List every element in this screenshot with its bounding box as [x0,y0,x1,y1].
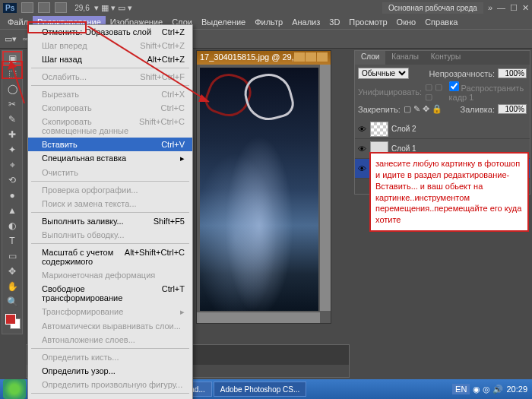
mb-icon[interactable] [38,2,50,13]
menu-Выделение[interactable]: Выделение [197,16,250,28]
tab-Слои[interactable]: Слои [355,51,385,65]
menuitem: Определить произвольную фигуру... [28,378,192,391]
tool-0[interactable]: ▣ [2,51,22,66]
tray-icons[interactable]: ◉ ◎ 🔊 [473,385,503,394]
menuitem: ВырезатьCtrl+X [28,87,192,101]
menuitem: СкопироватьCtrl+C [28,101,192,115]
blend-mode-select[interactable]: Обычные [358,68,409,79]
scrollbar-horizontal[interactable] [197,312,320,323]
zoom-value[interactable]: 29,6 [74,4,89,12]
canvas[interactable] [200,68,318,311]
tool-6[interactable]: ✦ [2,142,22,157]
menuitem: Автоматически выравнивать слои... [28,319,192,333]
tool-2[interactable]: ◯ [2,81,22,97]
tool-preset-icon[interactable]: ▭▾ [5,34,17,44]
visibility-icon[interactable]: 👁 [356,164,367,173]
menuitem[interactable]: Специальная вставка▸ [28,151,192,166]
doc-close-icon[interactable] [317,52,328,62]
workspace-switcher[interactable]: Основная рабочая среда [382,2,483,14]
tool-9[interactable]: ● [2,188,22,203]
scrollbar-vertical[interactable] [320,65,331,311]
menuitem: Определить кисть... [28,350,192,364]
menuitem: Проверка орфографии... [28,183,192,197]
maximize-icon[interactable]: ☐ [510,3,518,13]
menuitem: Шаг впередShift+Ctrl+Z [28,39,192,52]
menu-Фильтр[interactable]: Фильтр [250,16,287,28]
bridge-icon[interactable] [21,2,33,13]
tool-1[interactable]: ⬚ [2,66,22,81]
tool-14[interactable]: ✥ [2,264,22,279]
tool-10[interactable]: ▲ [2,203,22,218]
fg-swatch[interactable] [5,314,16,325]
menuitem: Марионеточная деформация [28,268,192,282]
menu-Просмотр[interactable]: Просмотр [344,16,391,28]
clock: 20:29 [506,385,527,394]
taskbar-button[interactable]: Adobe Photoshop CS... [214,382,307,397]
menuitem[interactable]: Выполнить заливку...Shift+F5 [28,214,192,228]
menuitem: Очистить [28,166,192,179]
lock-icons[interactable]: ▢ ✎ ✥ 🔒 [404,104,442,114]
layer-thumb[interactable] [370,122,388,137]
document-window: 17_304015815.jpg @ 29,6% (Слой... [196,50,331,324]
lang-indicator[interactable]: EN [452,384,470,394]
menuitem: Автоналожение слоев... [28,333,192,347]
menu-3D[interactable]: 3D [325,16,344,28]
menuitem: Скопировать совмещенные данныеShift+Ctrl… [28,115,192,138]
csLive-icon[interactable]: » [488,3,492,12]
layer-name: Слой 2 [391,125,416,133]
fill-input[interactable] [498,104,527,114]
doc-min-icon[interactable] [294,52,305,62]
menuitem: Выполнить обводку... [28,228,192,242]
ps-logo: Ps [3,3,17,13]
visibility-icon[interactable]: 👁 [356,144,367,154]
tool-13[interactable]: ▭ [2,249,22,264]
tool-15[interactable]: ✋ [2,279,22,294]
tool-8[interactable]: ⟲ [2,173,22,188]
menuitem[interactable]: Свободное трансформированиеCtrl+T [28,282,192,305]
tool-4[interactable]: ✎ [2,112,22,127]
fill-label: Заливка: [461,105,495,114]
menuitem: Трансформирование▸ [28,305,192,319]
propagate-checkbox[interactable] [449,81,459,91]
layer-row[interactable]: 👁Слой 2 [355,119,530,139]
doc-max-icon[interactable] [306,52,316,62]
menuitem[interactable]: ВставитьCtrl+V [28,138,192,151]
grid-icon[interactable] [55,2,67,13]
lock-label: Закрепить: [358,105,401,114]
tab-Контуры[interactable]: Контуры [425,51,467,65]
menu-Справка[interactable]: Справка [420,16,462,28]
opacity-label: Непрозрачность: [429,69,495,78]
visibility-icon[interactable]: 👁 [356,125,367,134]
menu-Окно[interactable]: Окно [392,16,421,28]
menuitem[interactable]: Масштаб с учетом содержимогоAlt+Shift+Ct… [28,245,192,268]
edit-menu-dropdown: Отменить: Образовать слойCtrl+ZШаг впере… [27,24,193,399]
document-title: 17_304015815.jpg @ 29,6% (Слой... [200,52,293,63]
tool-12[interactable]: T [2,233,22,249]
menuitem[interactable]: Отменить: Образовать слойCtrl+Z [28,25,192,39]
menuitem[interactable]: Шаг назадAlt+Ctrl+Z [28,52,192,66]
menuitem[interactable]: Определить узор... [28,364,192,378]
tool-7[interactable]: ⌖ [2,157,22,173]
menuitem: Ослабить...Shift+Ctrl+F [28,70,192,84]
start-button[interactable] [3,379,26,399]
close-icon[interactable]: ✕ [522,3,529,13]
opacity-input[interactable] [498,68,527,78]
minimize-icon[interactable]: — [497,3,505,12]
tool-5[interactable]: ✚ [2,127,22,142]
menu-Анализ[interactable]: Анализ [287,16,325,28]
unify-label: Унифицировать: [358,87,422,97]
menuitem[interactable]: Удалить из памяти▸ [28,395,192,399]
tool-3[interactable]: ✂ [2,97,22,112]
tool-11[interactable]: ◐ [2,218,22,233]
tab-Каналы[interactable]: Каналы [385,51,425,65]
annotation-text: занесите любую картинку в фотошоп и идит… [369,152,529,232]
tool-16[interactable]: 🔍 [2,294,22,309]
menuitem: Поиск и замена текста... [28,197,192,211]
